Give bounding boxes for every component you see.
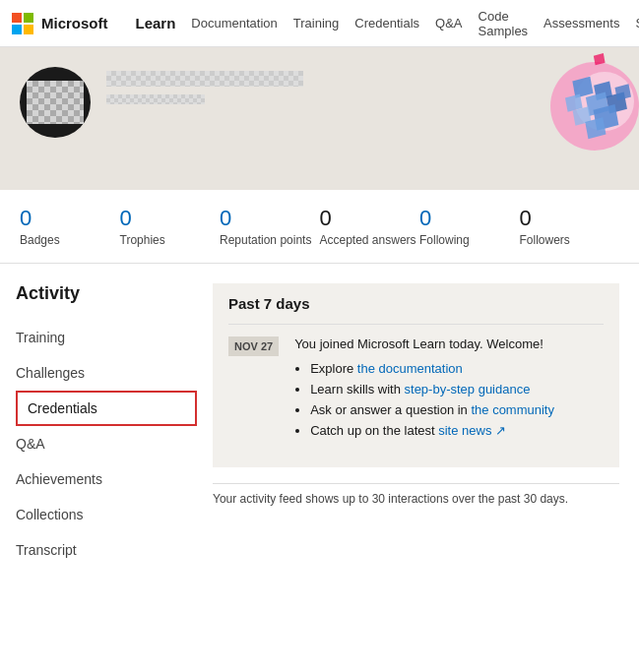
bullet-link-1[interactable]: the documentation bbox=[357, 361, 463, 376]
bullet-text-3: Ask or answer a question in bbox=[310, 402, 471, 417]
stat-followers-value: 0 bbox=[520, 206, 532, 231]
list-item: Ask or answer a question in the communit… bbox=[310, 402, 554, 417]
nav-link-code-samples[interactable]: Code Samples bbox=[479, 9, 529, 38]
bullet-text-1: Explore bbox=[310, 361, 357, 376]
banner-decoration-icon bbox=[442, 47, 639, 190]
entry-date: NOV 27 bbox=[228, 336, 279, 356]
stat-followers-label: Followers bbox=[520, 233, 570, 247]
stat-accepted: 0 Accepted answers bbox=[320, 206, 420, 247]
bullet-text-4: Catch up on the latest bbox=[310, 423, 438, 438]
brand-name: Microsoft bbox=[41, 15, 108, 31]
stat-following-label: Following bbox=[419, 233, 470, 247]
username-placeholder bbox=[106, 71, 303, 87]
list-item: Catch up on the latest site news ↗ bbox=[310, 423, 554, 438]
top-navigation: Microsoft Learn Documentation Training C… bbox=[0, 0, 639, 47]
profile-text bbox=[106, 67, 303, 104]
right-content: Past 7 days NOV 27 You joined Microsoft … bbox=[197, 283, 639, 568]
sidebar-item-challenges[interactable]: Challenges bbox=[16, 355, 197, 391]
stat-badges-value: 0 bbox=[20, 206, 32, 231]
stat-reputation-label: Reputation points bbox=[220, 233, 311, 247]
bullet-list: Explore the documentation Learn skills w… bbox=[294, 361, 554, 438]
entry-text: You joined Microsoft Learn today. Welcom… bbox=[294, 336, 554, 351]
bullet-text-2: Learn skills with bbox=[310, 382, 404, 397]
list-item: Explore the documentation bbox=[310, 361, 554, 376]
stat-reputation: 0 Reputation points bbox=[220, 206, 320, 247]
stat-following: 0 Following bbox=[419, 206, 520, 247]
stat-accepted-value: 0 bbox=[320, 206, 332, 231]
bullet-link-3[interactable]: the community bbox=[471, 402, 554, 417]
nav-link-assessments[interactable]: Assessments bbox=[543, 16, 619, 31]
stat-badges: 0 Badges bbox=[20, 206, 120, 247]
sidebar-item-collections[interactable]: Collections bbox=[16, 497, 197, 532]
stat-following-value: 0 bbox=[419, 206, 431, 231]
nav-links: Documentation Training Credentials Q&A C… bbox=[191, 9, 639, 38]
activity-period-title: Past 7 days bbox=[228, 295, 604, 312]
avatar-image bbox=[27, 81, 84, 124]
avatar bbox=[20, 67, 91, 138]
microsoft-logo-icon bbox=[12, 13, 33, 34]
profile-banner bbox=[0, 47, 639, 190]
sidebar: Activity Training Challenges Credentials… bbox=[0, 283, 197, 568]
learn-label: Learn bbox=[136, 15, 176, 31]
svg-rect-1 bbox=[24, 13, 33, 23]
nav-link-credentials[interactable]: Credentials bbox=[354, 16, 419, 31]
nav-link-documentation[interactable]: Documentation bbox=[191, 16, 277, 31]
stats-row: 0 Badges 0 Trophies 0 Reputation points … bbox=[0, 190, 639, 264]
nav-link-training[interactable]: Training bbox=[293, 16, 339, 31]
sidebar-item-credentials[interactable]: Credentials bbox=[16, 391, 197, 426]
stat-trophies: 0 Trophies bbox=[120, 206, 221, 247]
svg-rect-2 bbox=[12, 25, 22, 34]
bullet-link-2[interactable]: step-by-step guidance bbox=[405, 382, 531, 397]
main-content: Activity Training Challenges Credentials… bbox=[0, 264, 639, 587]
sidebar-item-training[interactable]: Training bbox=[16, 320, 197, 355]
nav-link-qa[interactable]: Q&A bbox=[435, 16, 462, 31]
stat-followers: 0 Followers bbox=[520, 206, 620, 247]
nav-link-shows[interactable]: Shows bbox=[635, 16, 639, 31]
activity-section: Past 7 days NOV 27 You joined Microsoft … bbox=[213, 283, 619, 467]
sidebar-item-transcript[interactable]: Transcript bbox=[16, 532, 197, 568]
stat-badges-label: Badges bbox=[20, 233, 60, 247]
username-subtitle-placeholder bbox=[106, 94, 205, 104]
svg-rect-0 bbox=[12, 13, 22, 23]
sidebar-item-achievements[interactable]: Achievements bbox=[16, 461, 197, 497]
stat-trophies-label: Trophies bbox=[120, 233, 165, 247]
sidebar-item-qa[interactable]: Q&A bbox=[16, 426, 197, 461]
stat-reputation-value: 0 bbox=[220, 206, 231, 231]
list-item: Learn skills with step-by-step guidance bbox=[310, 382, 554, 397]
activity-footer: Your activity feed shows up to 30 intera… bbox=[213, 483, 619, 510]
stat-accepted-label: Accepted answers bbox=[320, 233, 416, 247]
stat-trophies-value: 0 bbox=[120, 206, 132, 231]
bullet-link-4[interactable]: site news ↗ bbox=[438, 423, 506, 438]
sidebar-title: Activity bbox=[16, 283, 197, 304]
svg-rect-3 bbox=[24, 25, 33, 34]
activity-entry: NOV 27 You joined Microsoft Learn today.… bbox=[228, 324, 604, 456]
brand-logo[interactable]: Microsoft bbox=[12, 13, 108, 34]
